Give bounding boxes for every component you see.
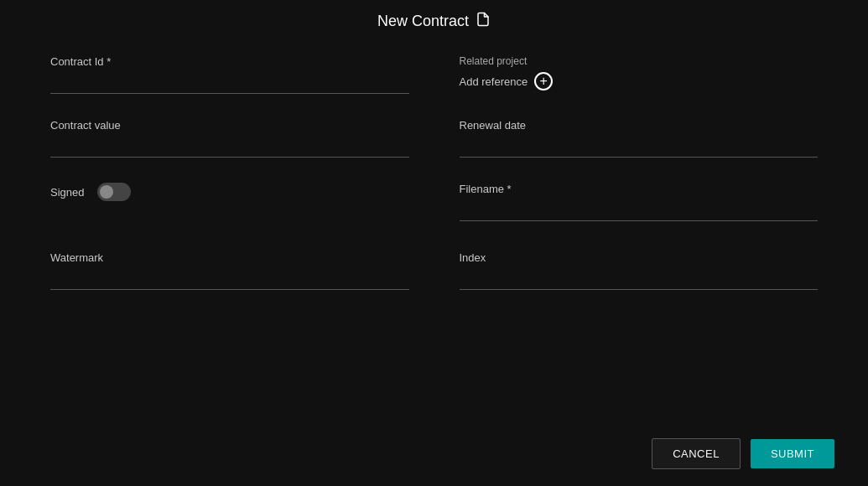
header: New Contract	[0, 0, 868, 39]
form-row-3: Signed Filename *	[50, 183, 818, 226]
form-row-2: Contract value Renewal date	[50, 119, 818, 158]
signed-label: Signed	[50, 186, 84, 199]
signed-row: Signed	[50, 183, 409, 201]
contract-value-input[interactable]	[50, 137, 409, 158]
page-title: New Contract	[377, 13, 469, 30]
form-col-left-3: Signed	[50, 183, 409, 226]
add-reference-row: Add reference +	[460, 72, 819, 90]
contract-value-field: Contract value	[50, 119, 409, 158]
filename-input[interactable]	[460, 200, 819, 221]
contract-id-label: Contract Id *	[50, 55, 409, 68]
form-col-left-2: Contract value	[50, 119, 409, 158]
form-col-right-4: Index	[460, 251, 819, 290]
renewal-date-label: Renewal date	[460, 119, 819, 132]
related-project-section: Related project Add reference +	[460, 55, 819, 90]
filename-field: Filename *	[460, 183, 819, 221]
contract-id-field: Contract Id *	[50, 55, 409, 94]
index-input[interactable]	[460, 269, 819, 290]
toggle-thumb	[100, 185, 113, 199]
form-col-right-1: Related project Add reference +	[460, 55, 819, 94]
footer: CANCEL SUBMIT	[0, 425, 868, 486]
signed-toggle[interactable]	[97, 183, 131, 201]
watermark-label: Watermark	[50, 251, 409, 264]
filename-label: Filename *	[460, 183, 819, 195]
form-col-left-4: Watermark	[50, 251, 409, 290]
form-row-4: Watermark Index	[50, 251, 818, 290]
form-col-left-1: Contract Id *	[50, 55, 409, 94]
watermark-input[interactable]	[50, 269, 409, 290]
watermark-field: Watermark	[50, 251, 409, 290]
page-container: New Contract Contract Id * Related proje…	[0, 0, 868, 486]
file-icon	[476, 12, 491, 30]
related-project-label: Related project	[460, 55, 819, 67]
cancel-button[interactable]: CANCEL	[652, 438, 741, 469]
add-reference-text: Add reference	[460, 75, 528, 88]
form-body: Contract Id * Related project Add refere…	[0, 39, 868, 425]
renewal-date-input[interactable]	[460, 137, 819, 158]
add-reference-button[interactable]: +	[534, 72, 553, 90]
submit-button[interactable]: SUBMIT	[751, 439, 834, 468]
form-col-right-2: Renewal date	[460, 119, 819, 158]
renewal-date-field: Renewal date	[460, 119, 819, 158]
index-label: Index	[460, 251, 819, 264]
form-row-1: Contract Id * Related project Add refere…	[50, 55, 818, 94]
index-field: Index	[460, 251, 819, 290]
toggle-track	[97, 183, 131, 201]
contract-value-label: Contract value	[50, 119, 409, 132]
form-col-right-3: Filename *	[460, 183, 819, 226]
contract-id-input[interactable]	[50, 73, 409, 94]
